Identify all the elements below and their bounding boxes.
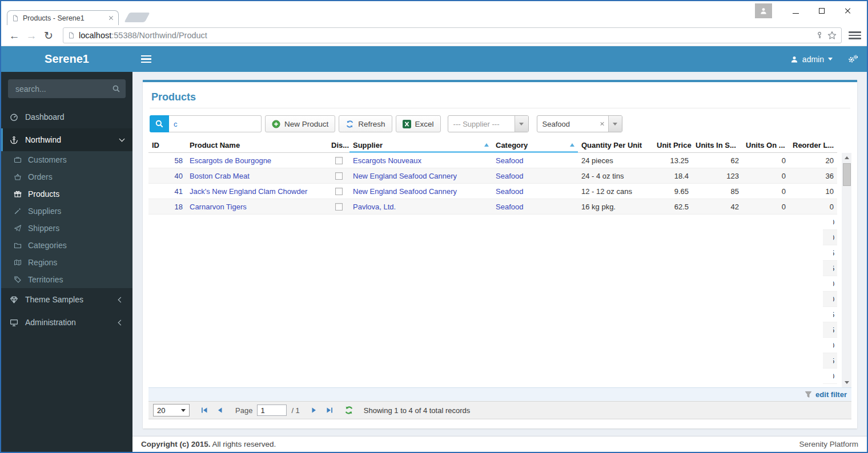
cell-supplier-link[interactable]: Pavlova, Ltd. [349, 203, 492, 211]
vertical-scrollbar[interactable] [842, 153, 851, 387]
cell-id: 41 [148, 187, 186, 196]
map-icon [14, 258, 22, 266]
dropdown-arrow-icon[interactable] [608, 116, 622, 132]
sort-asc-icon [570, 143, 574, 147]
sidebar-item-dashboard[interactable]: Dashboard [1, 106, 132, 128]
column-header-product-name[interactable]: Product Name [186, 138, 328, 153]
edit-filter-link[interactable]: edit filter [815, 390, 847, 399]
sidebar-item-administration[interactable]: Administration [1, 311, 132, 334]
title-divider [150, 108, 850, 108]
sidebar-item-territories[interactable]: Territories [1, 271, 132, 288]
cell-category-link[interactable]: Seafood [492, 203, 578, 211]
tab-close-icon[interactable] [108, 15, 114, 21]
sidebar-item-theme-samples[interactable]: Theme Samples [1, 288, 132, 311]
excel-button[interactable]: Excel [396, 115, 441, 132]
user-name: admin [802, 55, 824, 64]
next-page-button[interactable] [309, 407, 319, 414]
supplier-filter-value: --- Supplier --- [448, 120, 515, 128]
table-row[interactable]: 58 Escargots de Bourgogne Escargots Nouv… [148, 153, 837, 168]
sidebar-item-orders[interactable]: Orders [1, 168, 132, 185]
cell-supplier-link[interactable]: Escargots Nouveaux [349, 156, 492, 165]
browser-tab[interactable]: Products - Serene1 [7, 10, 119, 25]
last-page-button[interactable] [325, 407, 335, 414]
key-icon[interactable] [815, 31, 823, 39]
sidebar-item-regions[interactable]: Regions [1, 254, 132, 271]
category-filter-select[interactable]: Seafood [537, 115, 622, 132]
bookmark-star-icon[interactable] [827, 31, 837, 40]
cell-product-name-link[interactable]: Carnarvon Tigers [186, 203, 328, 211]
prev-page-button[interactable] [215, 407, 225, 414]
column-header-discontinued[interactable]: Dis... [328, 138, 349, 153]
column-header-unit-price[interactable]: Unit Price [653, 138, 692, 153]
scrollbar-thumb[interactable] [843, 163, 851, 186]
chevron-left-icon [118, 297, 124, 302]
new-tab-button[interactable] [124, 13, 150, 22]
refresh-button[interactable]: Refresh [339, 115, 392, 132]
brand-logo[interactable]: Serene1 [1, 46, 132, 72]
forward-button[interactable]: → [24, 30, 39, 41]
cell-category-link[interactable]: Seafood [492, 187, 578, 196]
address-bar[interactable]: localhost:55388/Northwind/Product [63, 27, 842, 43]
sidebar-toggle-button[interactable] [141, 55, 151, 63]
sidebar-item-shippers[interactable]: Shippers [1, 220, 132, 237]
sidebar-item-northwind[interactable]: Northwind [1, 128, 132, 151]
cell-product-name-link[interactable]: Boston Crab Meat [186, 172, 328, 180]
close-button[interactable] [835, 3, 861, 18]
new-product-label: New Product [284, 120, 328, 128]
first-page-button[interactable] [199, 407, 209, 414]
back-button[interactable]: ← [7, 30, 22, 41]
page-size-select[interactable]: 20 [153, 404, 190, 416]
discontinued-checkbox[interactable] [335, 203, 343, 211]
quick-search-input[interactable] [169, 115, 262, 132]
sidebar-search-input[interactable] [8, 79, 126, 98]
column-header-reorder-level[interactable]: Reorder L... [789, 138, 837, 153]
cell-unit-price: 13.25 [653, 156, 692, 165]
dropdown-arrow-icon[interactable] [515, 116, 528, 132]
cell-quantity-per-unit: 16 kg pkg. [578, 203, 653, 211]
clear-filter-icon[interactable] [600, 122, 605, 126]
minimize-button[interactable] [782, 3, 809, 18]
settings-gears-icon[interactable] [847, 54, 858, 64]
new-product-button[interactable]: New Product [265, 115, 335, 132]
column-header-units-in-stock[interactable]: Units In S... [692, 138, 742, 153]
cell-supplier-link[interactable]: New England Seafood Cannery [349, 172, 492, 180]
pager-refresh-icon[interactable] [344, 406, 353, 415]
scroll-down-arrow[interactable] [842, 378, 851, 387]
column-header-supplier[interactable]: Supplier [349, 138, 492, 153]
column-header-units-on-order[interactable]: Units On ... [742, 138, 789, 153]
cell-reorder-level: 10 [789, 187, 837, 196]
app-root: Serene1 Dashboard Northwind [1, 46, 867, 452]
column-header-id[interactable]: ID [148, 138, 186, 153]
cell-product-name-link[interactable]: Escargots de Bourgogne [186, 156, 328, 165]
discontinued-checkbox[interactable] [335, 157, 343, 164]
sidebar-item-products[interactable]: Products [1, 185, 132, 203]
search-icon[interactable] [112, 84, 120, 93]
scroll-up-arrow[interactable] [842, 153, 851, 163]
user-menu[interactable]: admin [790, 55, 833, 64]
cell-discontinued [328, 188, 349, 195]
browser-menu-button[interactable] [849, 31, 861, 39]
supplier-filter-select[interactable]: --- Supplier --- [448, 115, 529, 132]
browser-profile-button[interactable] [755, 3, 772, 18]
sidebar-item-suppliers[interactable]: Suppliers [1, 203, 132, 220]
quick-search-button[interactable] [150, 115, 169, 132]
cell-category-link[interactable]: Seafood [492, 172, 578, 180]
table-row[interactable]: 18 Carnarvon Tigers Pavlova, Ltd. Seafoo… [148, 199, 837, 215]
funnel-icon [805, 391, 812, 398]
cell-supplier-link[interactable]: New England Seafood Cannery [349, 187, 492, 196]
column-header-category[interactable]: Category [492, 138, 578, 153]
discontinued-checkbox[interactable] [335, 188, 343, 195]
reload-button[interactable]: ↻ [41, 30, 56, 41]
column-header-quantity-per-unit[interactable]: Quantity Per Unit [578, 138, 653, 153]
page-number-input[interactable] [257, 405, 287, 416]
products-grid: ID Product Name Dis... Supplier Category… [148, 138, 851, 424]
cell-category-link[interactable]: Seafood [492, 156, 578, 165]
maximize-button[interactable] [809, 3, 835, 18]
table-row[interactable]: 40 Boston Crab Meat New England Seafood … [148, 168, 837, 184]
table-row[interactable]: 41 Jack's New England Clam Chowder New E… [148, 184, 837, 199]
cell-product-name-link[interactable]: Jack's New England Clam Chowder [186, 187, 328, 196]
discontinued-checkbox[interactable] [335, 172, 343, 180]
sidebar-item-customers[interactable]: Customers [1, 151, 132, 168]
profile-person-icon [760, 7, 767, 15]
sidebar-item-categories[interactable]: Categories [1, 237, 132, 254]
